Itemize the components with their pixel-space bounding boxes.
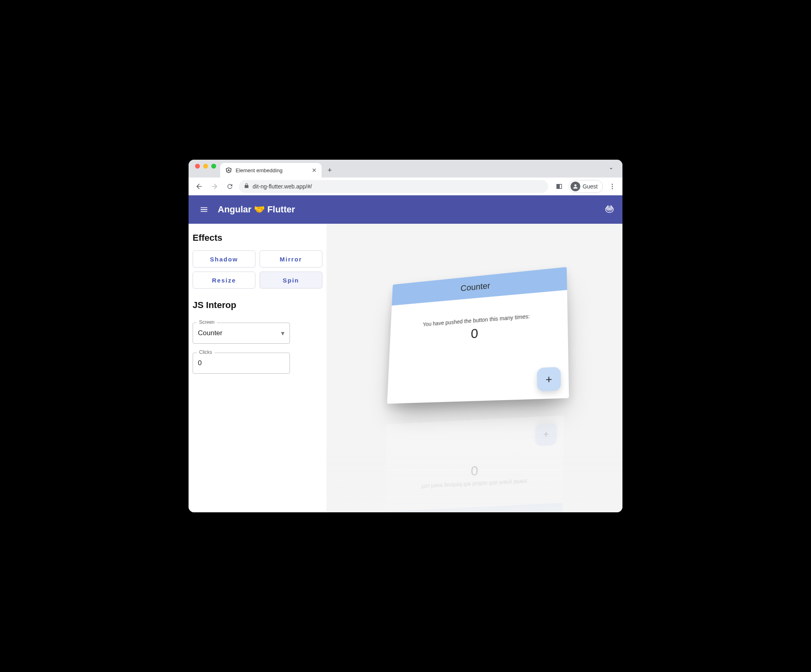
angular-icon [225,167,232,174]
addressbar-right: Guest [551,180,618,193]
mirror-card-title: Counter [385,503,562,512]
shadow-button[interactable]: Shadow [193,250,255,268]
tab-title: Element embedding [236,167,309,173]
profile-label: Guest [583,183,598,190]
card-scene: Counter You have pushed the button this … [474,337,622,466]
handshake-icon: 🤝 [254,204,265,215]
window-minimize-button[interactable] [203,164,208,169]
side-panel-icon[interactable] [553,180,565,193]
card-body: You have pushed the button this many tim… [387,290,569,404]
app-header: Angular 🤝 Flutter [189,195,622,224]
screen-select[interactable]: Counter ▾ [193,323,290,344]
dash-mascot-icon[interactable] [604,203,615,216]
svg-point-3 [607,208,608,209]
forward-button[interactable] [208,180,221,193]
back-button[interactable] [193,180,206,193]
tabs-dropdown-button[interactable] [608,165,619,178]
screen-label: Screen [197,319,217,325]
avatar-icon [571,182,580,191]
app-title-right: Flutter [267,204,295,215]
mirror-button[interactable]: Mirror [260,250,322,268]
dropdown-caret-icon: ▾ [281,329,285,338]
window-controls [192,164,220,173]
profile-button[interactable]: Guest [569,180,603,193]
effects-buttons: Shadow Mirror Resize Spin [193,250,322,289]
interop-heading: JS Interop [193,300,322,310]
reload-button[interactable] [223,180,236,193]
preview-canvas: Counter You have pushed the button this … [326,224,622,512]
browser-tabbar: Element embedding ✕ + [189,160,622,178]
resize-button[interactable]: Resize [193,272,255,289]
browser-window: Element embedding ✕ + dit-ng-flutter.web… [189,160,622,512]
browser-addressbar: dit-ng-flutter.web.app/#/ Guest [189,178,622,195]
menu-button[interactable] [196,201,212,218]
app-title: Angular 🤝 Flutter [218,204,295,215]
increment-fab[interactable]: + [537,367,561,392]
app-title-left: Angular [218,204,251,215]
window-close-button[interactable] [195,164,200,169]
screen-field: Screen Counter ▾ [193,323,322,344]
screen-value: Counter [198,329,222,337]
browser-tab[interactable]: Element embedding ✕ [220,163,322,178]
sidebar: Effects Shadow Mirror Resize Spin JS Int… [189,224,326,512]
lock-icon [244,183,249,190]
app-body: Effects Shadow Mirror Resize Spin JS Int… [189,224,622,512]
effects-heading: Effects [193,233,322,243]
new-tab-button[interactable]: + [324,165,335,176]
url-field[interactable]: dit-ng-flutter.web.app/#/ [239,180,548,193]
window-maximize-button[interactable] [211,164,216,169]
counter-card: Counter You have pushed the button this … [387,267,569,404]
clicks-input[interactable] [193,353,290,374]
clicks-label: Clicks [197,349,215,355]
browser-menu-button[interactable] [606,180,618,193]
svg-point-4 [610,208,611,209]
plus-icon: + [545,372,552,386]
clicks-field: Clicks [193,353,322,374]
spin-button[interactable]: Spin [260,272,322,289]
tab-close-button[interactable]: ✕ [312,167,317,173]
app-root: Angular 🤝 Flutter Effects Shadow Mirror … [189,195,622,512]
url-text: dit-ng-flutter.web.app/#/ [253,183,312,190]
